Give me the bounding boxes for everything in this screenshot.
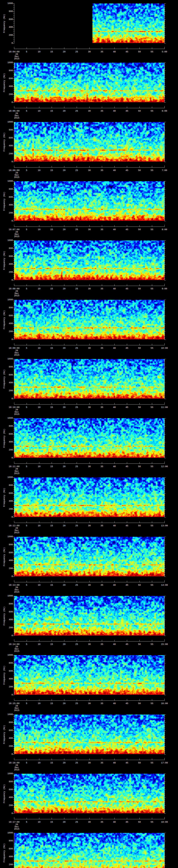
y-tick-mark <box>13 551 14 551</box>
y-tick-mark <box>165 213 166 213</box>
y-tick-mark <box>13 634 14 634</box>
x-axis-tick-label: 5 <box>26 288 27 290</box>
x-axis-line <box>14 760 165 760</box>
end-time-label: 7:00 <box>162 169 167 172</box>
y-tick-mark <box>13 98 14 99</box>
x-axis-tick-label: 50 <box>138 643 141 646</box>
x-tick-mark <box>89 403 90 404</box>
x-axis-tick-label: 30 <box>88 643 91 646</box>
x-axis-tick-label: 30 <box>88 406 91 409</box>
y-tick-mark <box>13 655 14 655</box>
y-tick-mark <box>13 363 14 363</box>
y-axis-tick-label: 600 <box>4 848 13 850</box>
y-tick-mark <box>165 310 165 310</box>
y-tick-mark <box>165 195 165 195</box>
spectrogram-panel-18:18:00: 10008006004002000Frequency (Hz)18:18:005… <box>0 830 178 868</box>
y-tick-mark <box>13 511 14 512</box>
y-axis-tick-label: 0 <box>4 279 13 281</box>
y-tick-mark <box>165 438 165 438</box>
x-axis-tick-label: 55 <box>151 584 153 586</box>
y-tick-mark <box>13 385 14 385</box>
y-tick-mark <box>13 126 14 126</box>
y-tick-mark <box>165 361 165 361</box>
y-axis-tick-label: 600 <box>4 611 13 613</box>
x-axis-tick-label: 25 <box>75 525 78 527</box>
spectrogram-panel-18:16:00: 10008006004002000Frequency (Hz)18:16:005… <box>0 711 178 770</box>
y-tick-mark <box>13 3 14 4</box>
y-tick-mark <box>13 160 14 160</box>
y-tick-mark <box>13 620 14 620</box>
x-tick-mark <box>127 106 127 108</box>
x-axis-line <box>14 582 165 582</box>
y-axis-tick-label: 1000 <box>4 595 13 597</box>
frequency-axis-title: Frequency (Hz) <box>3 607 5 625</box>
y-axis-tick-label: 400 <box>4 263 13 266</box>
y-tick-mark <box>13 557 14 557</box>
y-axis-tick-label: 600 <box>4 492 13 495</box>
y-axis-tick-label: 600 <box>4 255 13 258</box>
y-axis-tick-label: 600 <box>4 433 13 435</box>
x-axis-tick-label: 40 <box>113 288 116 290</box>
x-tick-mark <box>52 403 52 404</box>
y-tick-mark <box>13 440 14 440</box>
x-axis-tick-label: 5 <box>26 821 27 824</box>
y-axis-tick-label: 1000 <box>4 299 13 301</box>
y-tick-mark <box>165 744 165 745</box>
x-axis-tick-label: 10 <box>38 525 40 527</box>
y-axis-tick-label: 1000 <box>4 2 13 5</box>
frequency-axis-title: Frequency (Hz) <box>3 784 5 803</box>
x-tick-mark <box>114 699 115 701</box>
y-tick-mark <box>13 774 14 774</box>
y-axis-tick-label: 400 <box>4 559 13 562</box>
x-tick-mark <box>127 640 127 641</box>
x-axis-tick-label: 40 <box>113 110 116 112</box>
x-tick-mark <box>64 462 64 464</box>
y-tick-mark <box>165 29 165 30</box>
x-tick-mark <box>114 225 115 226</box>
y-tick-mark <box>13 485 14 486</box>
y-tick-mark <box>165 39 165 39</box>
x-axis-tick-label: 55 <box>151 643 153 646</box>
x-tick-mark <box>127 818 127 819</box>
x-axis-tick-label: 55 <box>151 228 153 231</box>
y-tick-mark <box>165 572 165 573</box>
spectrogram-panel-18:06:00: 10008006004002000Frequency (Hz)18:06:005… <box>0 119 178 178</box>
spectrogram-panel-18:07:00: 10008006004002000Frequency (Hz)18:07:005… <box>0 178 178 237</box>
y-axis-tick-label: 200 <box>4 271 13 273</box>
y-tick-mark <box>13 677 14 677</box>
y-tick-mark <box>165 211 165 211</box>
y-tick-mark <box>13 144 14 144</box>
y-tick-mark <box>165 436 165 436</box>
y-axis-tick-label: 200 <box>4 153 13 155</box>
x-axis-tick-label: 35 <box>100 406 103 409</box>
end-time-label: 5:00 <box>162 51 167 53</box>
x-axis-tick-label: 35 <box>100 465 103 468</box>
x-tick-mark <box>102 225 102 226</box>
x-tick-mark <box>39 581 39 582</box>
spectrogram-panel-18:17:00: 10008006004002000Frequency (Hz)18:17:005… <box>0 770 178 830</box>
x-axis-tick-label: 35 <box>100 525 103 527</box>
y-axis-tick-label: 0 <box>4 42 13 44</box>
x-tick-mark <box>102 758 102 760</box>
y-tick-mark <box>13 264 14 265</box>
y-tick-mark <box>165 162 166 162</box>
y-tick-mark <box>13 316 14 316</box>
start-time-label: 18:13:00 <box>9 584 20 586</box>
x-tick-mark <box>52 581 52 582</box>
x-axis-tick-label: 10 <box>38 702 40 705</box>
spectrogram-panel-18:08:00: 10008006004002000Frequency (Hz)18:08:005… <box>0 237 178 296</box>
x-tick-mark <box>89 581 90 582</box>
x-axis-tick-label: 35 <box>100 643 103 646</box>
y-tick-mark <box>165 96 165 97</box>
y-axis-tick-label: 600 <box>4 670 13 672</box>
spectrogram-panel-18:10:00: 10008006004002000Frequency (Hz)18:10:005… <box>0 355 178 415</box>
y-tick-mark <box>13 849 14 849</box>
x-axis-tick-label: 10 <box>38 110 40 112</box>
x-tick-mark <box>77 818 77 819</box>
y-tick-mark <box>13 794 14 794</box>
y-tick-mark <box>165 479 165 479</box>
spectrogram-canvas <box>14 715 165 754</box>
end-time-label: 16:00 <box>161 702 168 705</box>
x-axis-tick-label: 45 <box>125 643 128 646</box>
x-axis-tick-label: 45 <box>125 702 128 705</box>
